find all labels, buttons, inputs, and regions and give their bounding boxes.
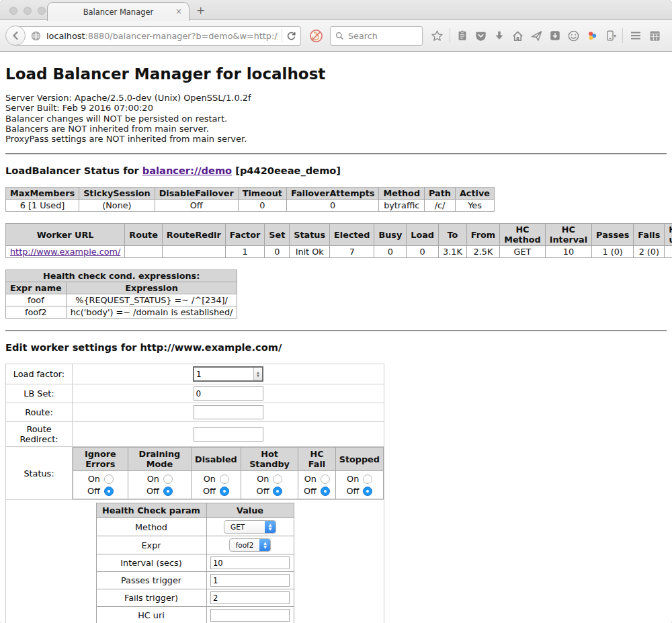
lb-set-input[interactable] bbox=[194, 386, 263, 401]
cell-routeredir bbox=[162, 246, 225, 258]
table-title-row: Health check cond. expressions: bbox=[6, 270, 237, 282]
send-tab-button[interactable] bbox=[530, 30, 543, 42]
draining-mode-off-radio[interactable] bbox=[163, 487, 173, 496]
disabled-on-radio[interactable] bbox=[220, 474, 229, 484]
cell-passes: 1 (0) bbox=[592, 246, 634, 258]
hot-standby-on-radio[interactable] bbox=[273, 474, 282, 484]
home-icon bbox=[511, 30, 524, 42]
new-tab-button[interactable]: + bbox=[196, 4, 205, 17]
load-factor-field[interactable]: ▲▼ bbox=[193, 366, 263, 382]
hc-passes-input[interactable] bbox=[210, 574, 290, 587]
feedback-button[interactable] bbox=[567, 30, 580, 42]
hc-uri-input[interactable] bbox=[210, 609, 290, 622]
edit-worker-heading: Edit worker settings for http://www.exam… bbox=[5, 341, 667, 353]
window-minimize-button[interactable] bbox=[24, 7, 32, 15]
search-input[interactable]: Search bbox=[330, 26, 423, 46]
hc-fail-off-radio[interactable] bbox=[321, 487, 330, 496]
load-factor-input[interactable] bbox=[194, 368, 253, 380]
cell-path: /c/ bbox=[425, 200, 456, 212]
extension-dots-button[interactable] bbox=[586, 30, 598, 42]
route-redirect-input[interactable] bbox=[194, 427, 263, 442]
column-header: Status bbox=[290, 224, 330, 246]
adblock-button[interactable] bbox=[309, 29, 323, 43]
device-sync-button[interactable]: ▾ bbox=[604, 30, 616, 42]
route-input[interactable] bbox=[194, 405, 263, 419]
balancer-status-table: MaxMembers StickySession DisableFailover… bbox=[5, 187, 495, 212]
column-header: Route bbox=[125, 224, 163, 246]
cell-failoverattempts: 0 bbox=[286, 200, 379, 212]
downloads-button[interactable] bbox=[493, 30, 505, 42]
cell-from: 2.5K bbox=[466, 246, 499, 258]
hc-method-select[interactable]: GET▲▼ bbox=[224, 520, 276, 534]
table-header-row: MaxMembers StickySession DisableFailover… bbox=[6, 188, 495, 200]
off-label: Off bbox=[346, 486, 359, 496]
hc-row-fails: Fails trigger) bbox=[96, 589, 294, 607]
star-icon bbox=[431, 30, 444, 42]
worker-url-link[interactable]: http://www.example.com/ bbox=[10, 247, 120, 257]
globe-icon bbox=[31, 31, 41, 41]
url-bar[interactable]: localhost:8880/balancer-manager?b=demo&w… bbox=[15, 26, 301, 46]
reload-button[interactable] bbox=[286, 31, 296, 41]
draining-mode-on-radio[interactable] bbox=[163, 474, 173, 484]
colored-dots-icon bbox=[586, 30, 598, 42]
bookmark-star-button[interactable] bbox=[431, 30, 444, 42]
window-close-button[interactable] bbox=[9, 7, 17, 15]
status-label: Status: bbox=[6, 447, 73, 500]
column-header: HC uri bbox=[665, 224, 672, 246]
edit-worker-form: Load factor: ▲▼ LB Set: Route: Route Red… bbox=[5, 364, 384, 623]
hc-interval-input[interactable] bbox=[210, 556, 290, 569]
balancer-demo-link[interactable]: balancer://demo bbox=[142, 165, 232, 176]
hc-value-header: Value bbox=[206, 503, 294, 518]
panel-download-button[interactable] bbox=[549, 30, 561, 42]
column-header: RouteRedir bbox=[162, 224, 225, 246]
cell-fails: 2 (0) bbox=[634, 246, 665, 258]
status-column-header: HC Fail bbox=[298, 448, 335, 471]
hc-fail-on-radio[interactable] bbox=[321, 474, 330, 484]
on-label: On bbox=[257, 474, 269, 484]
tab-balancer-manager[interactable]: Balancer Manager × bbox=[47, 2, 190, 21]
cell-factor: 1 bbox=[225, 246, 264, 258]
window-zoom-button[interactable] bbox=[38, 7, 46, 15]
hc-passes-label: Passes trigger bbox=[96, 572, 206, 589]
hot-standby-off-radio[interactable] bbox=[273, 487, 282, 496]
stopped-off-radio[interactable] bbox=[363, 487, 372, 496]
route-label: Route: bbox=[6, 403, 73, 422]
page-title: Load Balancer Manager for localhost bbox=[5, 52, 667, 83]
lb-heading-suffix: [p4420eeae_demo] bbox=[232, 165, 341, 176]
tile-tabs-button[interactable] bbox=[648, 30, 661, 42]
lb-set-label: LB Set: bbox=[6, 384, 73, 403]
worker-row: http://www.example.com/ 1 0 Init Ok 7 0 … bbox=[6, 246, 672, 258]
column-header: To bbox=[439, 224, 467, 246]
column-header: Expression bbox=[66, 282, 237, 294]
on-label: On bbox=[347, 474, 359, 484]
divider bbox=[5, 153, 667, 155]
disabled-off-radio[interactable] bbox=[220, 487, 229, 496]
bookmarks-menu-button[interactable] bbox=[456, 30, 468, 42]
stopped-on-radio[interactable] bbox=[363, 474, 372, 484]
window-controls bbox=[9, 7, 46, 15]
column-header: Active bbox=[455, 188, 494, 200]
tab-close-icon[interactable]: × bbox=[175, 7, 182, 16]
column-header: Set bbox=[265, 224, 290, 246]
pocket-button[interactable] bbox=[474, 30, 487, 42]
hc-fails-input[interactable] bbox=[210, 591, 290, 604]
inherit-note-line: Balancers are NOT inherited from main se… bbox=[5, 124, 667, 134]
url-host: localhost bbox=[46, 31, 85, 41]
number-spinner-icon[interactable]: ▲▼ bbox=[253, 368, 262, 380]
form-row-load-factor: Load factor: ▲▼ bbox=[6, 364, 384, 384]
cell-busy: 0 bbox=[374, 246, 407, 258]
form-row-health-check: Health Check param Value Method GET▲▼ Ex… bbox=[6, 500, 384, 623]
status-column-header: Draining Mode bbox=[128, 448, 191, 471]
home-button[interactable] bbox=[511, 30, 524, 42]
hc-expr-select[interactable]: foof2▲▼ bbox=[229, 538, 271, 552]
worker-table: Worker URL Route RouteRedir Factor Set S… bbox=[5, 223, 672, 258]
block-icon bbox=[309, 29, 323, 43]
reload-icon bbox=[286, 31, 296, 41]
back-button[interactable] bbox=[5, 26, 26, 46]
navigation-toolbar: localhost:8880/balancer-manager?b=demo&w… bbox=[0, 20, 672, 52]
hc-expr-label: Expr bbox=[96, 536, 206, 554]
menu-button[interactable] bbox=[629, 29, 642, 42]
column-header: From bbox=[466, 224, 499, 246]
ignore-errors-off-radio[interactable] bbox=[104, 487, 114, 496]
ignore-errors-on-radio[interactable] bbox=[104, 474, 114, 484]
